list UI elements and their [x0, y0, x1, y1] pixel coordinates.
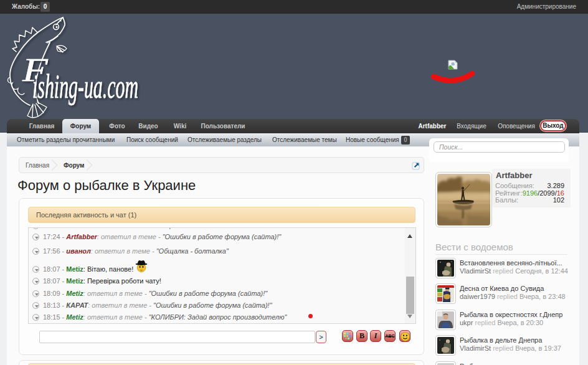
svg-text:ishing-ua.com: ishing-ua.com: [32, 68, 138, 105]
